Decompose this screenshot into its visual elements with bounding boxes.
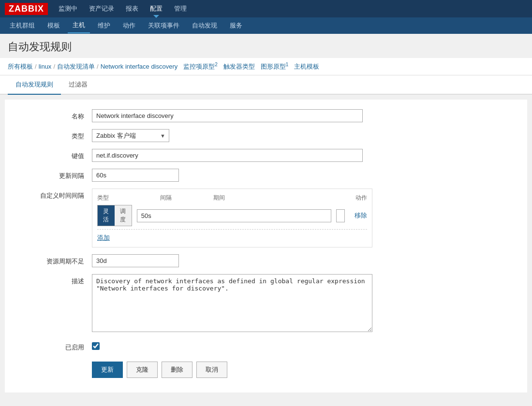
breadcrumb-tab-host-template[interactable]: 主机模板 [294, 62, 319, 71]
ci-remove-link[interactable]: 移除 [350, 211, 367, 220]
lifetime-control [92, 254, 372, 267]
sec-nav-services[interactable]: 服务 [225, 18, 247, 33]
enabled-control [92, 340, 372, 350]
lifetime-row: 资源周期不足 [15, 254, 517, 267]
breadcrumb-sep3: / [97, 63, 99, 70]
type-select-wrap: Zabbix 客户端 SNMP v1 SNMP v2 SNMP v3 ▼ [92, 129, 169, 142]
breadcrumb-tab-trigger-type[interactable]: 触发器类型 [223, 62, 255, 71]
lifetime-label: 资源周期不足 [15, 254, 92, 266]
key-label: 键值 [15, 149, 92, 160]
ci-row-0: 灵活 调度 移除 [97, 205, 367, 226]
form-area: 名称 Network interface discovery 类型 Zabbix… [5, 100, 527, 392]
nav-assets[interactable]: 资产记录 [88, 2, 115, 15]
ci-col-type-header: 类型 [97, 194, 155, 202]
interval-label: 更新间隔 [15, 169, 92, 180]
type-select[interactable]: Zabbix 客户端 SNMP v1 SNMP v2 SNMP v3 [92, 129, 169, 142]
nav-reports[interactable]: 报表 [125, 2, 139, 15]
breadcrumb-sep2: / [53, 63, 55, 70]
breadcrumb-current[interactable]: Network interface discovery [101, 63, 178, 70]
button-row: 更新 克隆 删除 取消 [15, 362, 517, 378]
sec-nav-maintenance[interactable]: 维护 [93, 18, 115, 33]
desc-control: Discovery of network interfaces as defin… [92, 274, 372, 334]
ci-col-period-header: 期间 [213, 194, 338, 202]
secondary-navigation: 主机群组 模板 主机 维护 动作 关联项事件 自动发现 服务 [0, 17, 532, 34]
key-control [92, 149, 372, 162]
type-control: Zabbix 客户端 SNMP v1 SNMP v2 SNMP v3 ▼ [92, 129, 372, 142]
top-navigation: ZABBIX 监测中 资产记录 报表 配置 管理 [0, 0, 532, 17]
enabled-row: 已启用 [15, 340, 517, 352]
ci-add-link[interactable]: 添加 [97, 233, 110, 242]
breadcrumb: 所有模板 / linux / 自动发现清单 / Network interfac… [0, 58, 532, 75]
enabled-checkbox[interactable] [92, 342, 100, 350]
sec-nav-actions[interactable]: 动作 [118, 18, 140, 33]
name-row: 名称 Network interface discovery [15, 109, 517, 122]
sec-nav-correlated-events[interactable]: 关联项事件 [143, 18, 184, 33]
custom-interval-control: 类型 间隔 期间 动作 灵活 调度 移除 添加 [92, 188, 372, 247]
breadcrumb-discovery-list[interactable]: 自动发现清单 [57, 62, 95, 71]
top-nav-items: 监测中 资产记录 报表 配置 管理 [58, 2, 188, 15]
interval-input[interactable] [92, 169, 179, 182]
ci-separator [97, 229, 367, 230]
name-label: 名称 [15, 109, 92, 121]
tab-filter[interactable]: 过滤器 [61, 75, 95, 95]
interval-control [92, 169, 372, 182]
breadcrumb-tab-item-prototype[interactable]: 监控项原型2 [183, 62, 218, 71]
nav-monitoring[interactable]: 监测中 [58, 2, 78, 15]
breadcrumb-tab-graph-prototype[interactable]: 图形原型1 [261, 62, 289, 71]
ci-interval-input[interactable] [137, 209, 332, 222]
name-control: Network interface discovery [92, 109, 372, 122]
desc-label: 描述 [15, 274, 92, 286]
custom-interval-row: 自定义时间间隔 类型 间隔 期间 动作 灵活 调度 移除 [15, 188, 517, 247]
name-input[interactable]: Network interface discovery [92, 109, 363, 122]
cancel-button[interactable]: 取消 [196, 362, 227, 378]
custom-interval-table: 类型 间隔 期间 动作 灵活 调度 移除 添加 [92, 188, 372, 247]
interval-row: 更新间隔 [15, 169, 517, 182]
sec-nav-hostgroups[interactable]: 主机群组 [5, 18, 40, 33]
desc-row: 描述 Discovery of network interfaces as de… [15, 274, 517, 334]
breadcrumb-linux[interactable]: linux [39, 63, 52, 70]
type-row: 类型 Zabbix 客户端 SNMP v1 SNMP v2 SNMP v3 ▼ [15, 129, 517, 142]
ci-col-action-header: 动作 [343, 194, 367, 202]
sec-nav-templates[interactable]: 模板 [43, 18, 65, 33]
custom-interval-label: 自定义时间间隔 [15, 188, 92, 200]
breadcrumb-sep1: / [35, 63, 37, 70]
toggle-flexible[interactable]: 灵活 [98, 205, 115, 226]
page-title: 自动发现规则 [0, 34, 532, 58]
ci-period-input[interactable] [336, 209, 345, 222]
key-input[interactable] [92, 149, 363, 162]
key-row: 键值 [15, 149, 517, 162]
logo: ZABBIX [5, 3, 48, 15]
update-button[interactable]: 更新 [92, 362, 123, 378]
delete-button[interactable]: 删除 [162, 362, 192, 378]
ci-type-toggle: 灵活 调度 [97, 205, 132, 226]
ci-header: 类型 间隔 期间 动作 [97, 194, 367, 202]
toggle-scheduled[interactable]: 调度 [115, 205, 132, 226]
tab-discovery-rule[interactable]: 自动发现规则 [8, 75, 61, 95]
nav-admin[interactable]: 管理 [173, 2, 188, 15]
type-label: 类型 [15, 129, 92, 141]
form-tabs: 自动发现规则 过滤器 [0, 75, 532, 95]
ci-col-interval-header: 间隔 [160, 194, 208, 202]
clone-button[interactable]: 克隆 [127, 362, 158, 378]
sec-nav-autodiscovery[interactable]: 自动发现 [187, 18, 222, 33]
enabled-label: 已启用 [15, 340, 92, 352]
lifetime-input[interactable] [92, 254, 179, 267]
sec-nav-hosts[interactable]: 主机 [68, 18, 90, 33]
desc-textarea[interactable]: Discovery of network interfaces as defin… [92, 274, 372, 332]
breadcrumb-all-templates[interactable]: 所有模板 [8, 62, 33, 71]
nav-config[interactable]: 配置 [149, 2, 163, 15]
